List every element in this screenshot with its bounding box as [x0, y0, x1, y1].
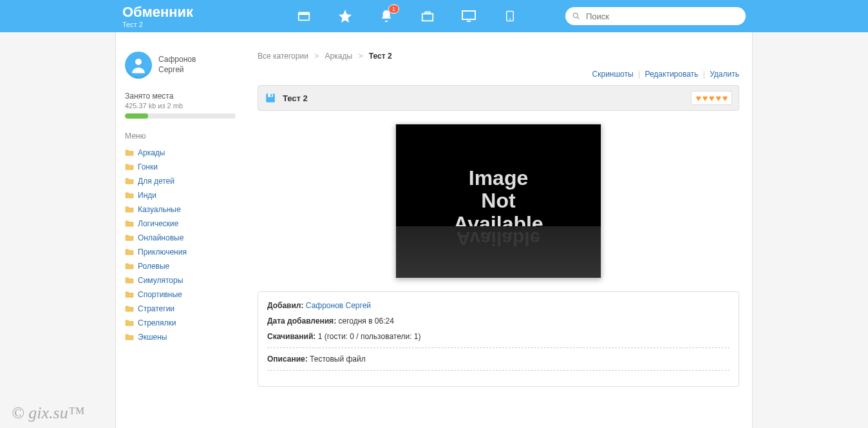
- sidebar-item[interactable]: Логические: [125, 217, 236, 231]
- svg-rect-5: [467, 21, 471, 22]
- folder-icon: [125, 234, 134, 242]
- rating-hearts[interactable]: ♥ ♥ ♥ ♥ ♥: [691, 91, 732, 105]
- phone-icon[interactable]: [502, 8, 518, 24]
- sidebar-item-label[interactable]: Экшены: [138, 333, 167, 342]
- avatar: [125, 52, 152, 79]
- wallet-icon[interactable]: [296, 8, 312, 24]
- author-link[interactable]: Сафронов Сергей: [306, 301, 371, 310]
- sidebar-item[interactable]: Аркады: [125, 146, 236, 160]
- brand[interactable]: Обменник Тест 2: [122, 4, 193, 28]
- heart-icon: ♥: [695, 93, 701, 103]
- watermark: © gix.su™: [12, 404, 84, 423]
- breadcrumb-category[interactable]: Аркады: [325, 52, 353, 61]
- breadcrumb: Все категории > Аркады > Тест 2: [258, 52, 739, 61]
- folder-icon: [125, 319, 134, 327]
- sidebar-item[interactable]: Экшены: [125, 330, 236, 344]
- sidebar-item[interactable]: Онлайновые: [125, 231, 236, 245]
- disk-icon: [265, 92, 276, 104]
- edit-link[interactable]: Редактировать: [645, 70, 698, 79]
- svg-line-9: [578, 17, 580, 19]
- search-icon: [572, 12, 581, 21]
- sidebar-item-label[interactable]: Логические: [138, 219, 178, 228]
- storage-block: Занято места 425.37 kb из 2 mb: [125, 92, 236, 119]
- divider: [267, 347, 730, 348]
- star-icon[interactable]: [337, 8, 353, 24]
- item-title: Тест 2: [283, 93, 308, 103]
- bell-icon[interactable]: 1: [379, 8, 394, 24]
- svg-rect-13: [270, 94, 272, 97]
- screenshots-link[interactable]: Скриншоты: [592, 70, 634, 79]
- svg-rect-3: [425, 12, 429, 14]
- brand-title: Обменник: [122, 4, 193, 21]
- folder-icon: [125, 163, 134, 171]
- image-reflection: Available: [396, 226, 601, 278]
- briefcase-icon[interactable]: [420, 8, 435, 24]
- top-icons: 1: [296, 8, 518, 24]
- svg-point-7: [509, 18, 511, 19]
- sidebar-item[interactable]: Для детей: [125, 174, 236, 188]
- folder-icon: [125, 305, 134, 313]
- user-block[interactable]: Сафронов Сергей: [125, 52, 236, 79]
- details-box: Добавил: Сафронов Сергей Дата добавления…: [258, 291, 739, 387]
- sidebar-item[interactable]: Стратегии: [125, 302, 236, 316]
- sidebar-item-label[interactable]: Онлайновые: [138, 233, 184, 242]
- breadcrumb-all[interactable]: Все категории: [258, 52, 308, 61]
- title-bar: Тест 2 ♥ ♥ ♥ ♥ ♥: [258, 85, 739, 111]
- folder-icon: [125, 333, 134, 341]
- menu-title: Меню: [125, 131, 236, 141]
- top-bar: Обменник Тест 2 1: [0, 0, 868, 32]
- storage-progress-fill: [125, 113, 148, 119]
- notification-badge: 1: [388, 5, 399, 14]
- folder-icon: [125, 177, 134, 185]
- heart-icon: ♥: [715, 93, 721, 103]
- sidebar-item[interactable]: Казуальные: [125, 202, 236, 217]
- folder-icon: [125, 248, 134, 256]
- sidebar-item-label[interactable]: Гонки: [138, 162, 158, 171]
- sidebar-item-label[interactable]: Симуляторы: [138, 276, 183, 285]
- heart-icon: ♥: [703, 93, 708, 103]
- search-box[interactable]: [565, 7, 746, 25]
- divider: [267, 370, 730, 371]
- sidebar-item[interactable]: Инди: [125, 188, 236, 202]
- sidebar-item-label[interactable]: Приключения: [138, 248, 187, 257]
- storage-progress: [125, 113, 236, 119]
- search-input[interactable]: [586, 12, 739, 21]
- main-content: Все категории > Аркады > Тест 2 Скриншот…: [245, 32, 752, 428]
- sidebar-item-label[interactable]: Аркады: [138, 148, 165, 157]
- svg-rect-1: [299, 13, 310, 15]
- folder-icon: [125, 191, 134, 199]
- svg-point-10: [135, 59, 142, 65]
- sidebar-item[interactable]: Симуляторы: [125, 273, 236, 287]
- sidebar-item-label[interactable]: Инди: [138, 191, 156, 200]
- sidebar-item-label[interactable]: Казуальные: [138, 205, 181, 214]
- monitor-icon[interactable]: [461, 8, 476, 24]
- storage-label: Занято места: [125, 92, 236, 101]
- delete-link[interactable]: Удалить: [710, 70, 739, 79]
- sidebar-item[interactable]: Гонки: [125, 160, 236, 174]
- folder-icon: [125, 149, 134, 157]
- folder-icon: [125, 291, 134, 298]
- heart-icon: ♥: [709, 93, 714, 103]
- svg-rect-2: [422, 14, 433, 21]
- detail-date: Дата добавления: сегодня в 06:24: [267, 316, 730, 326]
- sidebar-item-label[interactable]: Стрелялки: [138, 318, 176, 327]
- page-container: Сафронов Сергей Занято места 425.37 kb и…: [115, 32, 753, 428]
- image-placeholder: Image Not Available Available: [395, 124, 601, 278]
- folder-icon: [125, 206, 134, 213]
- sidebar: Сафронов Сергей Занято места 425.37 kb и…: [116, 32, 245, 428]
- folder-icon: [125, 220, 134, 228]
- sidebar-item-label[interactable]: Ролевые: [138, 262, 169, 271]
- sidebar-item-label[interactable]: Стратегии: [138, 304, 175, 313]
- breadcrumb-current: Тест 2: [369, 52, 392, 61]
- sidebar-item-label[interactable]: Для детей: [138, 177, 175, 186]
- sidebar-item[interactable]: Ролевые: [125, 259, 236, 273]
- sidebar-item[interactable]: Приключения: [125, 245, 236, 259]
- sidebar-item[interactable]: Спортивные: [125, 287, 236, 302]
- folder-icon: [125, 277, 134, 284]
- detail-description: Описание: Тестовый файл: [267, 355, 730, 364]
- detail-downloads: Скачиваний: 1 (гости: 0 / пользователи: …: [267, 332, 730, 341]
- storage-value: 425.37 kb из 2 mb: [125, 102, 236, 110]
- sidebar-item-label[interactable]: Спортивные: [138, 290, 182, 299]
- svg-rect-4: [462, 11, 475, 19]
- sidebar-item[interactable]: Стрелялки: [125, 316, 236, 330]
